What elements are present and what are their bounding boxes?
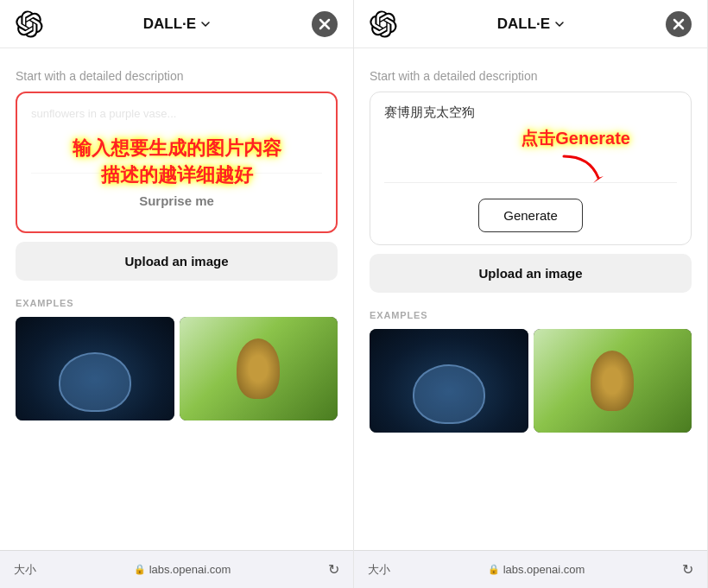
right-size-label: 大小 (368, 562, 390, 578)
right-refresh-button[interactable]: ↻ (682, 561, 693, 578)
left-header: DALL·E (0, 0, 353, 48)
left-example-avocado[interactable] (180, 317, 338, 420)
right-fishbowl-image (370, 329, 528, 433)
left-close-icon (319, 18, 331, 30)
left-panel: DALL·E Start with a detailed description… (0, 0, 354, 588)
right-description-label: Start with a detailed description (370, 69, 692, 83)
openai-logo-right (370, 10, 397, 38)
right-main-content: Start with a detailed description 赛博朋克太空… (354, 48, 707, 550)
right-panel: DALL·E Start with a detailed description… (354, 0, 708, 588)
right-close-button[interactable] (666, 11, 692, 37)
right-input-wrapper: 赛博朋克太空狗 (384, 104, 677, 174)
right-upload-button[interactable]: Upload an image (370, 254, 692, 293)
right-avocado-image (534, 329, 692, 433)
right-chevron-icon (553, 18, 566, 30)
left-size-label: 大小 (14, 562, 36, 578)
left-description-label: Start with a detailed description (16, 69, 338, 83)
left-app-name[interactable]: DALL·E (143, 16, 212, 33)
openai-logo-left (16, 10, 43, 38)
left-input-card[interactable]: sunflowers in a purple vase... 输入想要生成的图片… (16, 92, 338, 233)
left-lock-icon: 🔒 (134, 564, 146, 575)
surprise-me-button[interactable]: Surprise me (31, 182, 322, 219)
left-annotation-line1: 输入想要生成的图片内容 (73, 136, 281, 162)
left-upload-button[interactable]: Upload an image (16, 242, 338, 281)
right-lock-icon: 🔒 (488, 564, 500, 575)
left-url-text: labs.openai.com (149, 563, 231, 576)
left-examples-grid (16, 317, 338, 420)
left-main-content: Start with a detailed description sunflo… (0, 48, 353, 550)
right-example-fishbowl[interactable] (370, 329, 528, 433)
right-app-name[interactable]: DALL·E (497, 16, 566, 33)
right-url-bar: 🔒 labs.openai.com (488, 563, 585, 576)
left-refresh-button[interactable]: ↻ (328, 561, 339, 578)
right-example-avocado[interactable] (534, 329, 692, 433)
left-bottom-bar: 大小 🔒 labs.openai.com ↻ (0, 550, 353, 588)
right-close-icon (673, 18, 685, 30)
left-url-bar: 🔒 labs.openai.com (134, 563, 231, 576)
right-url-text: labs.openai.com (503, 563, 585, 576)
left-input-placeholder: sunflowers in a purple vase... (31, 107, 176, 120)
right-examples-label: EXAMPLES (370, 310, 692, 320)
right-bottom-bar: 大小 🔒 labs.openai.com ↻ (354, 550, 707, 588)
right-header: DALL·E (354, 0, 707, 48)
right-input-card[interactable]: 赛博朋克太空狗 点击Generate Generate (370, 92, 692, 245)
left-examples-label: EXAMPLES (16, 298, 338, 308)
right-input-value: 赛博朋克太空狗 (384, 104, 677, 128)
left-example-fishbowl[interactable] (16, 317, 174, 420)
left-close-button[interactable] (312, 11, 338, 37)
left-chevron-icon (199, 18, 212, 30)
left-fishbowl-image (16, 317, 174, 420)
right-examples-grid (370, 329, 692, 433)
left-avocado-image (180, 317, 338, 420)
generate-button[interactable]: Generate (478, 199, 583, 232)
